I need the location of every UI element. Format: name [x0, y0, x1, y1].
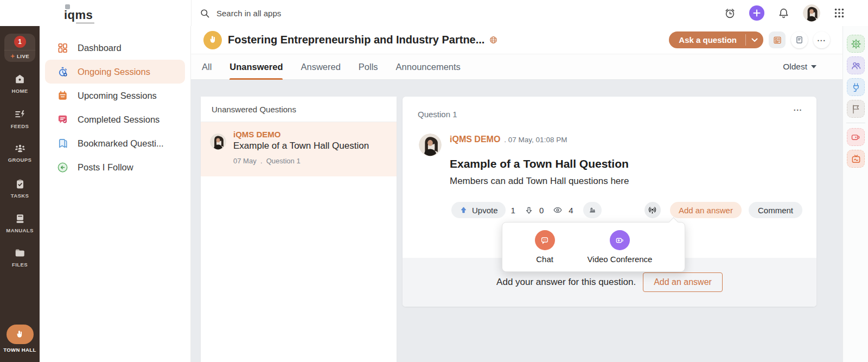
question-more-icon[interactable]: ... — [794, 104, 802, 115]
logo-tagline — [76, 22, 94, 24]
question-author-avatar — [210, 134, 226, 150]
logo-mark-icon — [65, 4, 70, 9]
video-conference-icon — [610, 230, 630, 250]
stopwatch-icon — [56, 66, 69, 78]
strip-divider — [846, 123, 865, 123]
header-more-icon[interactable]: ... — [813, 31, 830, 48]
question-author-avatar — [419, 134, 442, 156]
townhall-sidebar: Dashboard Ongoing Sessions Upcoming Sess… — [40, 26, 191, 362]
tab-announcements[interactable]: Announcements — [396, 54, 461, 80]
rail-item-townhall[interactable]: TOWN HALL — [0, 325, 40, 353]
answer-prompt: Add your answer for this question. — [496, 277, 636, 288]
rail-item-groups[interactable]: GROUPS — [0, 142, 40, 163]
settings-gear-icon[interactable] — [847, 35, 865, 53]
app-logo[interactable]: iqms — [64, 4, 94, 24]
description-doc-icon[interactable] — [791, 31, 808, 48]
townhall-title-icon — [203, 31, 222, 49]
members-icon[interactable] — [847, 56, 865, 74]
sidebar-item-posts-i-follow[interactable]: Posts I Follow — [45, 155, 185, 179]
downvote-count: 0 — [539, 206, 544, 215]
feeds-icon — [14, 109, 27, 120]
question-list-panel: Unanswered Questions iQMS DEMO Example o… — [201, 97, 397, 362]
tab-polls[interactable]: Polls — [359, 54, 378, 80]
session-notes-icon[interactable] — [769, 31, 786, 48]
rail-item-tasks[interactable]: TASKS — [0, 178, 40, 199]
home-icon — [14, 73, 26, 85]
townhall-active-pill — [7, 325, 34, 344]
main-area: Fostering Entrepreneurship and Industry … — [191, 26, 843, 362]
search-icon — [200, 8, 210, 18]
downvote-button[interactable] — [524, 205, 534, 215]
comment-button[interactable]: Comment — [749, 202, 802, 218]
user-avatar[interactable] — [803, 4, 820, 22]
live-label: LIVE — [17, 53, 29, 59]
townhall-header: Fostering Entrepreneurship and Industry … — [191, 26, 843, 54]
page-title: Fostering Entrepreneurship and Industry … — [228, 34, 484, 46]
video-meeting-icon[interactable] — [847, 128, 865, 146]
sort-dropdown[interactable]: Oldest — [783, 62, 816, 72]
sidebar-item-dashboard[interactable]: Dashboard — [45, 36, 185, 60]
question-body: Members can add Town Hall questions here — [450, 176, 629, 187]
list-item-title: Example of a Town Hall Question — [233, 141, 369, 151]
rail-item-files[interactable]: FILES — [0, 247, 40, 268]
apps-grid-icon[interactable] — [833, 7, 845, 19]
add-answer-button[interactable]: Add an answer — [670, 202, 742, 218]
sidebar-item-ongoing-sessions[interactable]: Ongoing Sessions — [45, 60, 185, 84]
files-icon — [14, 247, 26, 259]
raised-hand-icon — [15, 329, 25, 340]
tasks-icon — [14, 178, 26, 190]
tab-bar: All Unanswered Answered Polls Announceme… — [191, 54, 843, 80]
live-count-badge: 1 — [14, 36, 26, 48]
right-tool-strip — [843, 26, 868, 362]
ask-a-question-button[interactable]: Ask a question — [669, 31, 763, 48]
ask-question-dropdown-caret[interactable] — [746, 31, 763, 48]
upvote-arrow-icon — [459, 206, 468, 215]
live-sessions-tile[interactable]: 1 LIVE — [4, 34, 35, 62]
completed-bubble-icon — [56, 113, 69, 126]
global-search — [200, 0, 379, 26]
reminders-icon[interactable] — [724, 7, 736, 20]
question-title: Example of a Town Hall Question — [450, 157, 629, 170]
search-input[interactable] — [216, 9, 379, 18]
calendar-icon — [56, 90, 69, 102]
views-count: 4 — [569, 206, 573, 215]
integrations-plug-icon[interactable] — [847, 78, 865, 96]
bookmark-icon — [56, 137, 69, 150]
question-timestamp: . 07 May, 01:08 PM — [504, 136, 567, 144]
popup-option-video-conference[interactable]: Video Conference — [588, 230, 653, 264]
live-tv-icon[interactable] — [847, 150, 865, 168]
chevron-down-icon — [811, 65, 816, 68]
flag-icon[interactable] — [847, 100, 865, 118]
tab-unanswered[interactable]: Unanswered — [229, 54, 283, 80]
sidebar-item-completed-sessions[interactable]: Completed Sessions — [45, 107, 185, 131]
broadcast-button[interactable] — [644, 202, 661, 218]
dashboard-icon — [56, 42, 69, 54]
logo-text: iqms — [64, 9, 94, 21]
upvote-button[interactable]: Upvote — [451, 202, 506, 218]
tab-answered[interactable]: Answered — [301, 54, 340, 80]
popup-option-chat[interactable]: Chat — [535, 230, 555, 264]
upvote-count: 1 — [511, 206, 515, 215]
sidebar-item-upcoming-sessions[interactable]: Upcoming Sessions — [45, 84, 185, 107]
rail-item-home[interactable]: HOME — [0, 73, 40, 94]
create-new-button[interactable] — [749, 5, 764, 21]
add-answer-outline-button[interactable]: Add an answer — [643, 272, 723, 292]
views-eye-icon — [552, 205, 563, 215]
question-list-item[interactable]: iQMS DEMO Example of a Town Hall Questio… — [201, 122, 397, 176]
groups-icon — [14, 142, 27, 154]
content-area: Unanswered Questions iQMS DEMO Example o… — [191, 80, 843, 362]
question-number-label: Question 1 — [418, 110, 457, 119]
poll-results-icon[interactable] — [583, 202, 602, 218]
sidebar-item-bookmarked-questions[interactable]: Bookmarked Questi... — [45, 131, 185, 155]
question-action-bar: Upvote 1 0 4 Add an answer Comm — [451, 202, 802, 218]
question-author-name[interactable]: iQMS DEMO — [450, 135, 500, 144]
chat-icon — [535, 230, 555, 250]
rail-item-feeds[interactable]: FEEDS — [0, 109, 40, 129]
topbar-divider — [191, 0, 192, 26]
notifications-bell-icon[interactable] — [777, 7, 790, 20]
tab-all[interactable]: All — [202, 54, 212, 80]
list-item-author: iQMS DEMO — [233, 130, 281, 139]
public-globe-icon — [489, 35, 498, 45]
manuals-icon — [14, 213, 26, 225]
rail-item-manuals[interactable]: MANUALS — [0, 213, 40, 233]
